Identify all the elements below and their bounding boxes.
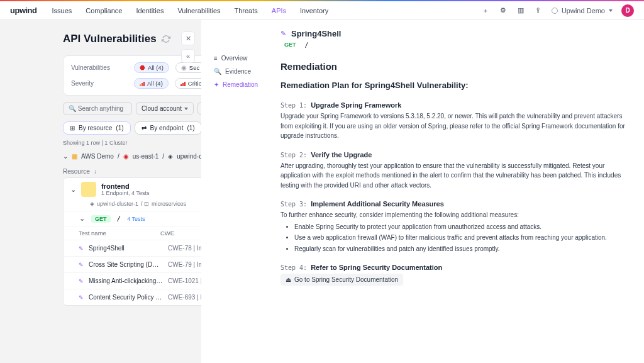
columns-icon[interactable]: ▥	[516, 6, 525, 15]
filter-sev-all[interactable]: All (4)	[134, 78, 169, 89]
nav-threats[interactable]: Threats	[235, 7, 258, 14]
edit-icon: ✎	[79, 294, 84, 301]
list-icon: ≡	[214, 55, 218, 62]
filter-label-sev: Severity	[71, 80, 128, 87]
method-badge: GET	[280, 41, 300, 48]
th-cwe: CWE	[160, 230, 174, 237]
nav-apis[interactable]: APIs	[272, 7, 286, 14]
filter-card: Vulnerabilities ⬣All (4) ◉Sec Severity A…	[63, 55, 201, 96]
doc-link[interactable]: ⏏ Go to Spring Security Documentation	[280, 274, 403, 286]
filter-vuln-sec[interactable]: ◉Sec	[175, 62, 201, 73]
nav-vulnerabilities[interactable]: Vulnerabilities	[177, 7, 220, 14]
detail-title: Spring4Shell	[291, 29, 341, 38]
tab-by-endpoint[interactable]: ⇄ By endpoint (1)	[135, 121, 201, 135]
nav-issues[interactable]: Issues	[52, 7, 72, 14]
table-row[interactable]: ✎Missing Anti-clickjacking HeaderCWE-102…	[64, 272, 201, 289]
endpoint-row[interactable]: ⌄ GET / 4 Tests	[64, 211, 201, 226]
nav-identities[interactable]: Identities	[136, 7, 164, 14]
person-icon[interactable]: ⇪	[534, 6, 543, 15]
tree-path-row[interactable]: ⌄ ▦AWS Demo / ◉us-east-1 / ◈upwind-clust…	[63, 150, 201, 163]
chevron-down-icon	[609, 9, 613, 12]
resource-path: ◈ upwind-cluster-1 / ⊡ microservices	[64, 201, 201, 211]
close-button[interactable]: ✕	[181, 31, 195, 45]
page-title: API Vulnerabilities	[63, 33, 157, 45]
tab-by-resource[interactable]: ⊞ By resource (1)	[63, 121, 131, 135]
plan-heading: Remediation Plan for Spring4Shell Vulner…	[280, 81, 629, 90]
cloud-account-select[interactable]: Cloud account	[136, 102, 194, 115]
resource-col-header: Resource	[63, 168, 90, 175]
table-row[interactable]: ✎Content Security Policy (CSP) ...CWE-69…	[64, 289, 201, 305]
resource-header[interactable]: ⌄ frontend 1 Endpoint, 4 Tests	[64, 178, 201, 201]
edit-icon: ✎	[79, 245, 84, 252]
tab-evidence[interactable]: 🔍Evidence	[209, 65, 277, 78]
brand-logo: upwind	[10, 6, 37, 15]
results-count: Showing 1 row | 1 Cluster	[63, 140, 201, 146]
nav-inventory[interactable]: Inventory	[300, 7, 328, 14]
filter-vuln-all[interactable]: ⬣All (4)	[134, 62, 169, 73]
refresh-icon[interactable]	[162, 35, 170, 43]
wand-icon: ✦	[214, 81, 219, 88]
tab-remediation[interactable]: ✦Remediation	[209, 78, 277, 91]
nav-compliance[interactable]: Compliance	[86, 7, 122, 14]
plus-icon[interactable]: +	[481, 6, 490, 15]
edit-icon: ✎	[280, 30, 286, 38]
filter-sev-critical[interactable]: Critic	[175, 78, 201, 89]
tab-overview[interactable]: ≡Overview	[209, 52, 277, 65]
th-test-name: Test name	[79, 230, 160, 237]
cloud-select-2[interactable]: Clo	[197, 102, 201, 115]
avatar[interactable]: D	[621, 4, 634, 17]
table-row[interactable]: ✎Spring4ShellCWE-78 | Im	[64, 240, 201, 256]
org-switcher[interactable]: Upwind Demo	[552, 7, 613, 14]
search-icon: 🔍	[214, 68, 221, 75]
resource-icon	[81, 182, 96, 197]
edit-icon: ✎	[79, 262, 84, 268]
section-heading: Remediation	[280, 61, 629, 72]
edit-icon: ✎	[79, 278, 84, 284]
collapse-button[interactable]: «	[181, 49, 195, 63]
org-name: Upwind Demo	[562, 7, 605, 14]
search-input[interactable]: 🔍 Search anything	[63, 102, 132, 115]
filter-label-vuln: Vulnerabilities	[71, 64, 128, 71]
gear-icon[interactable]: ⚙	[499, 6, 508, 15]
table-row[interactable]: ✎Cross Site Scripting (DOM Based)CWE-79 …	[64, 256, 201, 272]
